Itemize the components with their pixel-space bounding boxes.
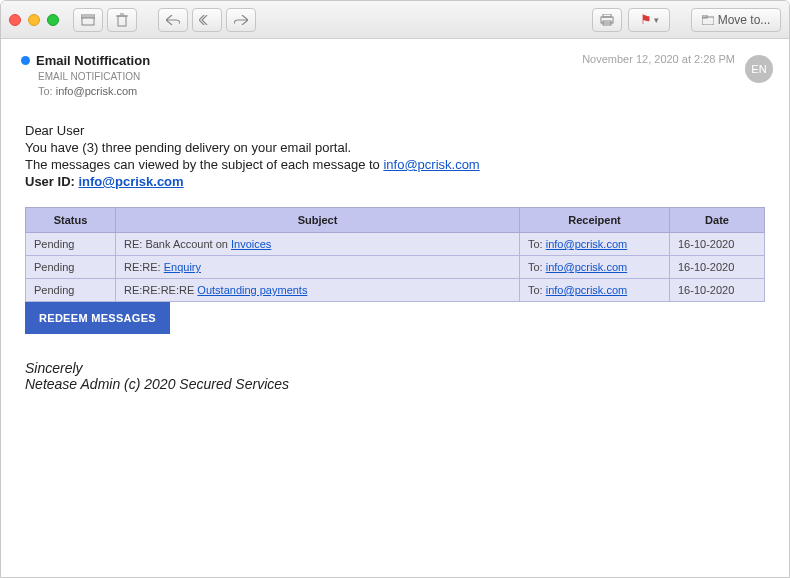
to-value: info@pcrisk.com: [56, 85, 137, 97]
user-id-line: User ID: info@pcrisk.com: [25, 174, 765, 189]
flag-button[interactable]: ⚑▾: [628, 8, 670, 32]
move-to-label: Move to...: [718, 13, 771, 27]
signature: Sincerely Netease Admin (c) 2020 Secured…: [25, 360, 765, 392]
close-icon[interactable]: [9, 14, 21, 26]
reply-button[interactable]: [158, 8, 188, 32]
window-controls: [9, 14, 59, 26]
th-date: Date: [670, 208, 765, 233]
chevron-down-icon: ▾: [654, 15, 659, 25]
move-to-button[interactable]: Move to...: [691, 8, 781, 32]
sender-name: Email Notiffication: [36, 53, 150, 68]
svg-rect-2: [118, 16, 126, 26]
email-datetime: November 12, 2020 at 2:28 PM: [582, 53, 735, 65]
redeem-button[interactable]: REDEEM MESSAGES: [25, 302, 170, 334]
body-link-email[interactable]: info@pcrisk.com: [383, 157, 479, 172]
body-line-2: You have (3) three pending delivery on y…: [25, 140, 765, 155]
minimize-icon[interactable]: [28, 14, 40, 26]
folder-icon: [702, 15, 714, 25]
zoom-icon[interactable]: [47, 14, 59, 26]
th-recipient: Receipent: [520, 208, 670, 233]
subject-link[interactable]: Outstanding payments: [197, 284, 307, 296]
email-header: Email Notiffication EMAIL NOTIFICATION T…: [1, 39, 789, 105]
messages-table-wrap: Status Subject Receipent Date Pending RE…: [25, 207, 765, 334]
sender-sub: EMAIL NOTIFICATION: [38, 71, 769, 82]
email-window: ⚑▾ Move to... Email Notiffication EMAIL …: [0, 0, 790, 578]
titlebar: ⚑▾ Move to...: [1, 1, 789, 39]
avatar: EN: [745, 55, 773, 83]
signature-line-1: Sincerely: [25, 360, 765, 376]
archive-button[interactable]: [73, 8, 103, 32]
th-subject: Subject: [116, 208, 520, 233]
recipient-link[interactable]: info@pcrisk.com: [546, 284, 627, 296]
to-label: To:: [38, 85, 53, 97]
subject-link[interactable]: Invoices: [231, 238, 271, 250]
user-id-link[interactable]: info@pcrisk.com: [78, 174, 183, 189]
table-row: Pending RE:RE: Enquiry To: info@pcrisk.c…: [26, 256, 765, 279]
print-button[interactable]: [592, 8, 622, 32]
unread-dot-icon: [21, 56, 30, 65]
email-body: Dear User You have (3) three pending del…: [1, 105, 789, 392]
recipient-link[interactable]: info@pcrisk.com: [546, 238, 627, 250]
to-line: To: info@pcrisk.com: [38, 85, 769, 97]
forward-button[interactable]: [226, 8, 256, 32]
table-row: Pending RE: Bank Account on Invoices To:…: [26, 233, 765, 256]
table-row: Pending RE:RE:RE:RE Outstanding payments…: [26, 279, 765, 302]
th-status: Status: [26, 208, 116, 233]
trash-button[interactable]: [107, 8, 137, 32]
flag-icon: ⚑: [640, 12, 652, 27]
signature-line-2: Netease Admin (c) 2020 Secured Services: [25, 376, 765, 392]
messages-table: Status Subject Receipent Date Pending RE…: [25, 207, 765, 302]
body-line-3: The messages can viewed by the subject o…: [25, 157, 765, 172]
subject-link[interactable]: Enquiry: [164, 261, 201, 273]
greeting: Dear User: [25, 123, 765, 138]
reply-all-button[interactable]: [192, 8, 222, 32]
recipient-link[interactable]: info@pcrisk.com: [546, 261, 627, 273]
